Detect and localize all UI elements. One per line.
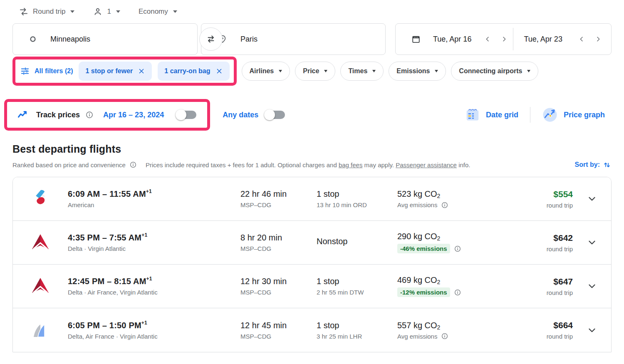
track-prices-row: Track prices Apr 16 – 23, 2024 Any dates [4, 99, 605, 131]
trip-type-selector[interactable]: Round trip [19, 7, 74, 17]
passengers-selector[interactable]: 1 [93, 7, 120, 17]
price-graph-label: Price graph [564, 111, 605, 119]
annotation-highlight-track-prices: Track prices Apr 16 – 23, 2024 [4, 99, 210, 131]
filter-chip-emissions[interactable]: Emissions [389, 62, 446, 81]
flight-row[interactable]: 6:05 PM – 1:50 PM+1 Delta, Air France · … [13, 308, 611, 352]
info-icon[interactable] [130, 161, 136, 168]
tools-divider [530, 107, 530, 123]
swap-arrows-icon [206, 34, 216, 45]
destination-field[interactable]: Paris [201, 23, 386, 55]
price-disclaimer: Prices include required taxes + fees for… [146, 161, 470, 168]
expand-flight-button[interactable] [587, 193, 597, 204]
expand-flight-button[interactable] [587, 237, 597, 248]
info-icon[interactable] [454, 245, 461, 252]
ranking-note-text: Ranked based on price and convenience [12, 161, 126, 168]
any-dates-toggle[interactable] [264, 109, 286, 120]
emissions-info: Avg emissions [397, 333, 502, 340]
return-date-value[interactable]: Tue, Apr 23 [524, 35, 562, 44]
flight-route: MSP–CDG [240, 289, 317, 296]
filter-chip-times[interactable]: Times [340, 62, 384, 81]
destination-value: Paris [240, 35, 258, 44]
american-airlines-logo [30, 189, 50, 209]
circle-icon [29, 35, 37, 43]
chevron-down-icon [372, 70, 376, 72]
flight-route: MSP–CDG [240, 201, 317, 208]
filter-chip-price[interactable]: Price [295, 62, 335, 81]
chevron-down-icon [173, 10, 177, 13]
emissions-info: -46% emissions [397, 244, 502, 253]
passenger-assistance-link[interactable]: Passenger assistance [396, 161, 457, 168]
price-note: round trip [502, 245, 573, 253]
results-header: Best departing flights Ranked based on p… [12, 143, 612, 169]
return-date-next-button[interactable] [591, 32, 605, 46]
disclaimer-text: Prices include required taxes + fees for… [146, 161, 339, 168]
date-field-divider [513, 28, 513, 50]
flight-layover: 2 hr 55 min DTW [317, 289, 397, 296]
results-subheader: Ranked based on price and convenience Pr… [12, 160, 612, 169]
flight-row[interactable]: 12:45 PM – 8:15 AM+1 Delta · Air France,… [13, 265, 611, 308]
depart-date-value[interactable]: Tue, Apr 16 [433, 35, 471, 44]
flight-route: MSP–CDG [240, 245, 317, 252]
cabin-class-selector[interactable]: Economy [139, 7, 177, 16]
plus-days: +1 [146, 276, 152, 282]
filter-chip-airlines[interactable]: Airlines [242, 62, 290, 81]
expand-flight-button[interactable] [587, 281, 597, 292]
bag-fees-link[interactable]: bag fees [339, 161, 363, 168]
price-note: round trip [502, 289, 573, 296]
flight-times: 4:35 PM – 7:55 AM+1 [68, 233, 240, 243]
track-prices-label: Track prices [36, 111, 80, 119]
sort-by-button[interactable]: Sort by: [575, 160, 612, 169]
origin-field[interactable]: Minneapolis [12, 23, 198, 55]
filter-chip-stops[interactable]: 1 stop or fewer [79, 62, 152, 81]
all-filters-button[interactable]: All filters (2) [20, 67, 73, 76]
flight-price: $642 [502, 233, 573, 243]
flight-duration: 12 hr 45 min [240, 321, 317, 330]
depart-date-next-button[interactable] [497, 32, 511, 46]
any-dates-label[interactable]: Any dates [223, 111, 258, 119]
filter-chip-connecting-airports[interactable]: Connecting airports [451, 62, 538, 81]
swap-origin-destination-button[interactable] [199, 27, 223, 51]
track-prices-toggle[interactable] [176, 109, 197, 120]
trend-line-icon [17, 109, 29, 121]
delta-logo [30, 276, 50, 296]
info-icon[interactable] [454, 289, 461, 296]
tune-sliders-icon [20, 67, 30, 76]
delta-logo [30, 233, 50, 253]
depart-date-segment: Tue, Apr 16 [421, 32, 511, 46]
flight-stops: 1 stop [317, 277, 397, 286]
chevron-down-icon [324, 70, 327, 72]
track-date-range[interactable]: Apr 16 – 23, 2024 [103, 111, 164, 119]
flight-co2: 290 kg CO2 [397, 232, 502, 241]
date-grid-button[interactable]: Date grid [465, 107, 518, 122]
multi-airline-logo [30, 320, 50, 340]
flight-row[interactable]: 6:09 AM – 11:55 AM+1 American 22 hr 46 m… [13, 177, 611, 221]
any-dates-group: Any dates [223, 109, 286, 120]
info-icon[interactable] [441, 333, 448, 339]
emissions-label: Avg emissions [397, 333, 437, 340]
info-icon[interactable] [441, 202, 448, 208]
close-x-icon[interactable] [138, 67, 145, 75]
flight-duration: 22 hr 46 min [240, 189, 317, 199]
info-icon[interactable] [86, 111, 93, 119]
plus-days: +1 [141, 320, 147, 326]
close-x-icon[interactable] [215, 67, 223, 75]
emissions-info: -12% emissions [397, 287, 502, 297]
flight-stops: Nonstop [317, 237, 397, 246]
emissions-label: -12% emissions [397, 287, 450, 297]
toggle-knob [176, 109, 186, 120]
flight-row[interactable]: 4:35 PM – 7:55 AM+1 Delta · Virgin Atlan… [13, 221, 611, 265]
cabin-class-label: Economy [139, 7, 168, 16]
chevron-down-icon [279, 70, 282, 72]
plus-days: +1 [146, 188, 152, 194]
filter-chip-carry-on[interactable]: 1 carry-on bag [158, 62, 229, 81]
expand-flight-button[interactable] [587, 325, 597, 336]
depart-date-prev-button[interactable] [480, 32, 495, 46]
flight-airlines: Delta · Air France, Virgin Atlantic [68, 289, 240, 296]
return-date-segment: Tue, Apr 23 [515, 32, 606, 46]
flight-duration: 12 hr 30 min [240, 277, 317, 286]
date-grid-label: Date grid [486, 111, 518, 119]
filter-chip-label: Price [303, 67, 319, 75]
return-date-prev-button[interactable] [574, 32, 589, 46]
price-graph-button[interactable]: Price graph [542, 107, 605, 123]
disclaimer-text: may apply. [362, 161, 396, 168]
